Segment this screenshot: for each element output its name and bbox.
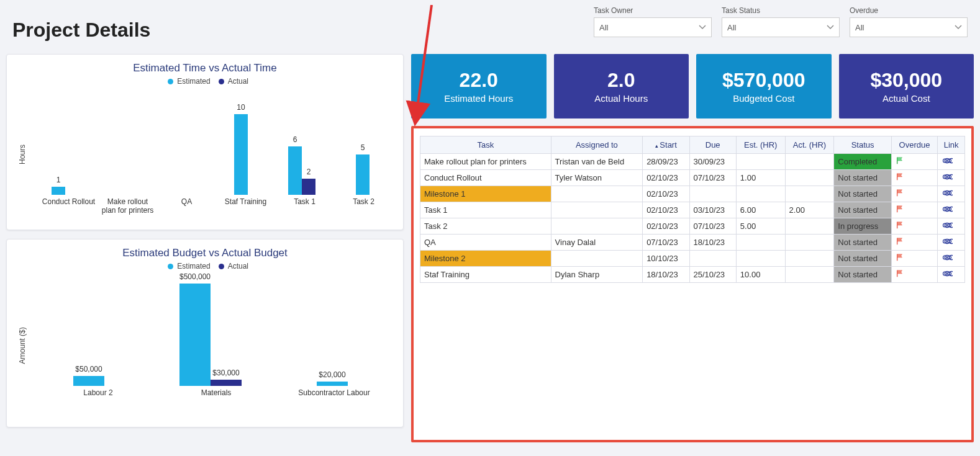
chart-x-category: Task 2 (336, 195, 392, 215)
legend-actual-label: Actual (228, 77, 248, 86)
cell-link[interactable] (938, 170, 965, 186)
chart-bar-label: $20,000 (319, 370, 345, 379)
task-status-value: All (727, 23, 736, 32)
table-row[interactable]: Conduct RolloutTyler Watson02/10/2307/10… (420, 170, 965, 186)
cell-overdue (891, 202, 937, 218)
cell-assigned: Vinay Dalal (551, 235, 643, 251)
chart-time-legend: Estimated Actual (17, 77, 393, 86)
col-start[interactable]: Start (643, 136, 689, 154)
overdue-select[interactable]: All (850, 17, 968, 37)
cell-link[interactable] (938, 154, 965, 170)
col-est[interactable]: Est. (HR) (736, 136, 785, 154)
link-icon[interactable] (941, 238, 951, 245)
cell-est-hr: 6.00 (736, 202, 785, 218)
table-row[interactable]: Make rollout plan for printersTristan va… (420, 154, 965, 170)
task-status-select[interactable]: All (722, 17, 840, 37)
cell-status: Not started (834, 186, 891, 202)
chart-bar-group: 62 (274, 108, 330, 195)
cell-task: QA (420, 235, 551, 251)
cell-task: Task 2 (420, 218, 551, 235)
chart-x-category: Make rollout plan for printers (100, 195, 156, 215)
chart-x-category: Subcontractor Labour (284, 386, 384, 397)
cell-overdue (891, 170, 937, 186)
flag-icon (896, 237, 904, 246)
link-icon[interactable] (941, 221, 951, 229)
col-act[interactable]: Act. (HR) (785, 136, 834, 154)
page-title: Project Details (12, 19, 150, 42)
chart-x-category: Materials (166, 386, 266, 397)
chart-bar-label: 10 (237, 103, 245, 112)
cell-link[interactable] (938, 218, 965, 235)
filter-owner-label: Task Owner (594, 6, 712, 15)
cell-act-hr (785, 218, 834, 235)
chart-bar-estimated: $20,000 (317, 382, 348, 386)
col-task[interactable]: Task (420, 136, 551, 154)
chart-x-category: Task 1 (277, 195, 333, 215)
cell-est-hr: 10.00 (736, 267, 785, 283)
cell-task: Conduct Rollout (420, 170, 551, 186)
table-row[interactable]: Task 202/10/2307/10/235.00In progress (420, 218, 965, 235)
task-owner-value: All (599, 23, 608, 32)
chart-bar-estimated: 10 (234, 114, 248, 195)
cell-assigned: Dylan Sharp (551, 267, 643, 283)
cell-est-hr (736, 251, 785, 267)
cell-est-hr (736, 235, 785, 251)
chart-bar-group: $500,000$30,000 (161, 280, 260, 386)
chart-bar-label: 1 (57, 176, 61, 184)
chart-time-card: Estimated Time vs Actual Time Estimated … (6, 54, 404, 230)
task-owner-select[interactable]: All (594, 17, 712, 37)
link-icon[interactable] (941, 205, 951, 213)
table-row[interactable]: Staf TrainingDylan Sharp18/10/2325/10/23… (420, 267, 965, 283)
col-link[interactable]: Link (938, 136, 965, 154)
flag-icon (896, 172, 904, 181)
cell-link[interactable] (938, 235, 965, 251)
col-status[interactable]: Status (834, 136, 891, 154)
chart-bar-actual: 2 (302, 179, 315, 195)
link-icon[interactable] (941, 254, 951, 261)
task-table-header-row: Task Assigned to Start Due Est. (HR) Act… (420, 136, 965, 154)
chart-bar-group: 5 (335, 108, 391, 195)
kpi-budget-label: Budgeted Cost (733, 93, 794, 104)
col-due[interactable]: Due (689, 136, 736, 154)
cell-link[interactable] (938, 267, 965, 283)
table-row[interactable]: Milestone 210/10/23Not started (420, 251, 965, 267)
cell-link[interactable] (938, 186, 965, 202)
chart-x-category: Staf Training (218, 195, 274, 215)
chart-time-plot: 110625 (28, 89, 393, 195)
flag-icon (896, 205, 904, 213)
link-icon[interactable] (941, 270, 951, 277)
link-icon[interactable] (941, 173, 951, 181)
col-overdue[interactable]: Overdue (891, 136, 937, 154)
cell-link[interactable] (938, 202, 965, 218)
kpi-actual-cost-label: Actual Cost (882, 93, 930, 104)
table-row[interactable]: Milestone 102/10/23Not started (420, 186, 965, 202)
flag-icon (896, 221, 904, 230)
cell-task: Task 1 (420, 202, 551, 218)
chart-bar-label: $50,000 (75, 365, 102, 373)
chart-bar-group: 1 (30, 108, 86, 195)
chart-bar-group (152, 108, 208, 195)
table-row[interactable]: Task 102/10/2303/10/236.002.00Not starte… (420, 202, 965, 218)
task-table[interactable]: Task Assigned to Start Due Est. (HR) Act… (420, 136, 965, 283)
chart-bar-group: $50,000 (39, 280, 138, 386)
filter-status-label: Task Status (722, 6, 840, 15)
legend-estimated-label: Estimated (177, 262, 210, 270)
chart-x-category: QA (159, 195, 215, 215)
flag-icon (896, 269, 904, 278)
cell-act-hr (785, 251, 834, 267)
flag-icon (896, 156, 904, 165)
col-assigned[interactable]: Assigned to (551, 136, 643, 154)
kpi-actual-hours: 2.0 Actual Hours (554, 54, 689, 118)
cell-assigned (551, 251, 643, 267)
cell-link[interactable] (938, 251, 965, 267)
chart-bar-estimated: 1 (52, 187, 65, 195)
filter-row: Task Owner All Task Status All Overdue A… (594, 6, 968, 37)
chevron-down-icon (827, 24, 834, 31)
link-icon[interactable] (941, 189, 951, 197)
overdue-value: All (855, 23, 864, 32)
table-row[interactable]: QAVinay Dalal07/10/2318/10/23Not started (420, 235, 965, 251)
cell-due: 18/10/23 (689, 235, 736, 251)
cell-task: Make rollout plan for printers (420, 154, 551, 170)
chart-time-title: Estimated Time vs Actual Time (17, 62, 393, 74)
link-icon[interactable] (941, 157, 951, 164)
